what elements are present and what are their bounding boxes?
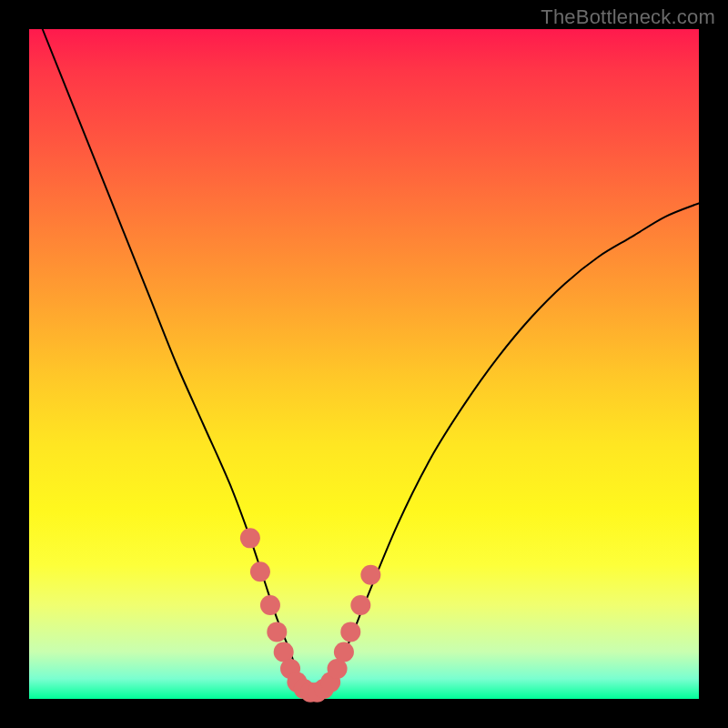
highlight-dot	[360, 565, 380, 585]
highlight-dot	[340, 622, 360, 642]
chart-plot-area	[29, 29, 699, 699]
curve-svg	[29, 29, 699, 699]
watermark-text: TheBottleneck.com	[541, 5, 715, 29]
highlight-dot	[260, 595, 280, 615]
highlight-dot	[267, 622, 287, 642]
highlight-dot	[250, 561, 270, 581]
bottleneck-curve	[43, 29, 699, 693]
highlight-dot	[240, 528, 260, 548]
highlight-dot	[334, 642, 354, 662]
highlight-dot	[350, 595, 370, 615]
